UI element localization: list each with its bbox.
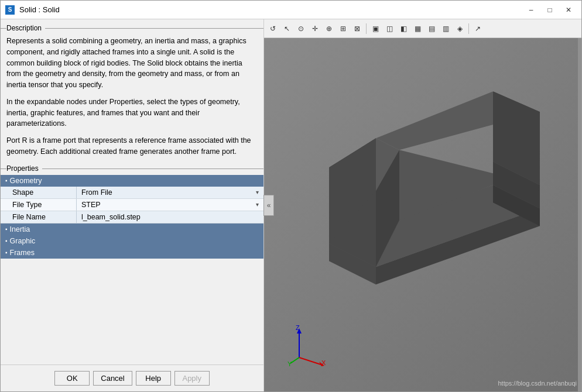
watermark: https://blog.csdn.net/anbuqi bbox=[498, 380, 577, 387]
viewport-toolbar: ↺ ↖ ⊙ ✛ ⊕ ⊞ ⊠ ▣ ◫ ◧ ▦ ▤ ▥ ◈ ↗ bbox=[264, 19, 581, 38]
cancel-button[interactable]: Cancel bbox=[93, 371, 132, 386]
window-controls: – □ ✕ bbox=[523, 4, 577, 16]
viewport-3d[interactable]: Z X Y https://blog.csdn.net/anbuqi bbox=[264, 38, 581, 391]
frames-group-header[interactable]: ▪ Frames bbox=[1, 247, 263, 259]
app-icon: S bbox=[5, 5, 15, 15]
frames-group-label: Frames bbox=[10, 249, 35, 257]
svg-text:Z: Z bbox=[296, 325, 300, 331]
toolbar-view5-btn[interactable]: ▤ bbox=[425, 22, 438, 35]
properties-table: ▪ Geometry Shape From File ▾ File Type bbox=[1, 175, 263, 365]
properties-label: Properties bbox=[1, 162, 263, 175]
toolbar-export-btn[interactable]: ↗ bbox=[471, 22, 484, 35]
toolbar-view6-btn[interactable]: ▥ bbox=[439, 22, 452, 35]
filename-value[interactable]: l_beam_solid.step bbox=[77, 211, 263, 223]
description-para-2: In the expandable nodes under Properties… bbox=[6, 97, 258, 129]
shape-value[interactable]: From File ▾ bbox=[77, 187, 263, 198]
window-title: Solid : Solid bbox=[19, 5, 518, 14]
description-para-1: Represents a solid combining a geometry,… bbox=[6, 36, 258, 91]
title-bar: S Solid : Solid – □ ✕ bbox=[1, 1, 581, 19]
maximize-button[interactable]: □ bbox=[542, 4, 558, 16]
frames-expand-icon: ▪ bbox=[5, 249, 8, 256]
toolbar-view2-btn[interactable]: ◫ bbox=[383, 22, 396, 35]
coordinate-axes: Z X Y bbox=[287, 325, 328, 368]
toolbar-fit-btn[interactable]: ⊠ bbox=[351, 22, 364, 35]
svg-line-18 bbox=[299, 357, 323, 365]
ok-button[interactable]: OK bbox=[54, 371, 90, 386]
filename-label: File Name bbox=[1, 211, 77, 223]
graphic-group-label: Graphic bbox=[10, 237, 36, 245]
toolbar-zoombox-btn[interactable]: ⊞ bbox=[337, 22, 350, 35]
filetype-value[interactable]: STEP ▾ bbox=[77, 199, 263, 211]
main-content: Description Represents a solid combining… bbox=[1, 19, 581, 391]
toolbar-view3-btn[interactable]: ◧ bbox=[397, 22, 410, 35]
shape-dropdown-icon[interactable]: ▾ bbox=[256, 189, 259, 195]
geometry-expand-icon: ▪ bbox=[5, 177, 8, 184]
svg-text:Y: Y bbox=[287, 360, 292, 366]
filename-row: File Name l_beam_solid.step bbox=[1, 211, 263, 223]
collapse-panel-handle[interactable]: « bbox=[263, 195, 274, 216]
toolbar-sep-1 bbox=[366, 23, 367, 34]
description-label: Description bbox=[6, 24, 258, 32]
shape-label: Shape bbox=[1, 187, 77, 198]
toolbar-select-btn[interactable]: ↖ bbox=[280, 22, 293, 35]
graphic-expand-icon: ▪ bbox=[5, 238, 8, 244]
viewport-scrollbar[interactable] bbox=[578, 38, 581, 391]
shape-row: Shape From File ▾ bbox=[1, 187, 263, 199]
inertia-group-header[interactable]: ▪ Inertia bbox=[1, 223, 263, 235]
toolbar-pan-btn[interactable]: ✛ bbox=[309, 22, 321, 35]
description-text: Represents a solid combining a geometry,… bbox=[6, 36, 258, 157]
toolbar-view7-btn[interactable]: ◈ bbox=[453, 22, 466, 35]
right-panel: ↺ ↖ ⊙ ✛ ⊕ ⊞ ⊠ ▣ ◫ ◧ ▦ ▤ ▥ ◈ ↗ bbox=[264, 19, 581, 391]
svg-text:X: X bbox=[321, 359, 326, 366]
toolbar-sep-2 bbox=[468, 23, 469, 34]
properties-section: Properties ▪ Geometry Shape From File ▾ bbox=[1, 162, 263, 365]
inertia-group-label: Inertia bbox=[10, 225, 30, 233]
main-window: S Solid : Solid – □ ✕ Description Repres… bbox=[0, 0, 582, 392]
close-button[interactable]: ✕ bbox=[560, 4, 577, 16]
toolbar-zoom-btn[interactable]: ⊕ bbox=[323, 22, 335, 35]
minimize-button[interactable]: – bbox=[523, 4, 539, 16]
geometry-group-header[interactable]: ▪ Geometry bbox=[1, 175, 263, 187]
description-para-3: Port R is a frame port that represents a… bbox=[6, 135, 258, 157]
geometry-group-label: Geometry bbox=[10, 177, 42, 185]
filetype-dropdown-icon[interactable]: ▾ bbox=[256, 201, 259, 208]
toolbar-view1-btn[interactable]: ▣ bbox=[369, 22, 382, 35]
inertia-expand-icon: ▪ bbox=[5, 226, 8, 232]
description-section: Description Represents a solid combining… bbox=[1, 19, 263, 162]
filetype-row: File Type STEP ▾ bbox=[1, 199, 263, 211]
filetype-label: File Type bbox=[1, 199, 77, 211]
toolbar-rotate-btn[interactable]: ↺ bbox=[266, 22, 279, 35]
beam-3d-model bbox=[282, 91, 563, 315]
apply-button[interactable]: Apply bbox=[174, 371, 210, 386]
bottom-buttons: OK Cancel Help Apply bbox=[1, 365, 263, 391]
graphic-group-header[interactable]: ▪ Graphic bbox=[1, 235, 263, 247]
help-button[interactable]: Help bbox=[136, 371, 171, 386]
toolbar-view4-btn[interactable]: ▦ bbox=[411, 22, 424, 35]
left-panel: Description Represents a solid combining… bbox=[1, 19, 264, 391]
toolbar-orbit-btn[interactable]: ⊙ bbox=[295, 22, 307, 35]
